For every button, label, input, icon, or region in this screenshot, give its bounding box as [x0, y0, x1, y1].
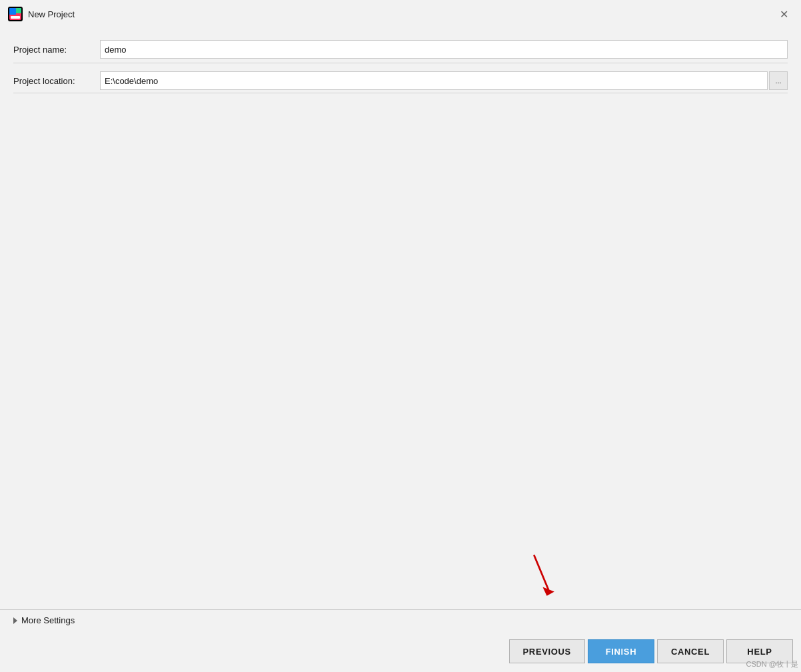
watermark: CSDN @牧丨是	[746, 659, 798, 669]
form-content: Project name: Project location: ...	[0, 28, 801, 609]
project-location-label: Project location:	[13, 76, 100, 86]
toggle-arrow-icon	[13, 617, 17, 624]
cancel-button[interactable]: CANCEL	[657, 639, 724, 663]
project-location-input-wrap	[100, 71, 768, 90]
browse-button[interactable]: ...	[769, 71, 788, 90]
svg-rect-3	[16, 8, 21, 13]
project-location-input[interactable]	[100, 71, 768, 90]
svg-rect-4	[11, 16, 20, 19]
project-name-label: Project name:	[13, 45, 100, 55]
project-location-row: Project location: ...	[13, 71, 788, 90]
title-bar-left: New Project	[8, 7, 75, 21]
main-empty-area	[13, 101, 788, 599]
finish-button[interactable]: FINISH	[588, 639, 654, 663]
new-project-dialog: New Project ✕ Project name: Project loca…	[0, 0, 801, 672]
location-divider	[13, 93, 788, 93]
more-settings-label: More Settings	[21, 615, 75, 625]
more-settings-toggle[interactable]: More Settings	[13, 615, 75, 625]
close-button[interactable]: ✕	[774, 5, 793, 23]
title-bar: New Project ✕	[0, 0, 801, 28]
project-name-input-wrap	[100, 40, 788, 59]
project-name-row: Project name:	[13, 39, 788, 60]
app-icon	[8, 7, 23, 21]
footer: PREVIOUS FINISH CANCEL HELP	[0, 631, 801, 672]
more-settings-bar: More Settings	[0, 609, 801, 631]
name-divider	[13, 63, 788, 63]
project-name-input[interactable]	[100, 40, 788, 59]
previous-button[interactable]: PREVIOUS	[509, 639, 585, 663]
svg-rect-2	[9, 8, 16, 15]
dialog-title: New Project	[28, 9, 75, 19]
